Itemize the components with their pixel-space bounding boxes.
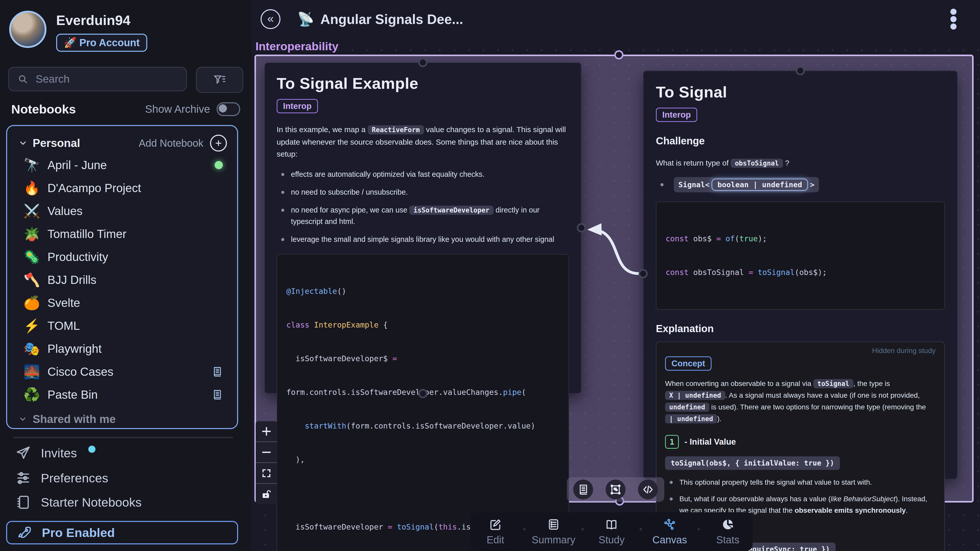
zoom-out-button[interactable] [256, 442, 277, 463]
search-input[interactable] [35, 73, 177, 86]
notebooks-header: Notebooks [11, 102, 76, 116]
canvas-area[interactable]: Interoperability « 📡 Angular Signals Dee… [251, 0, 980, 551]
study-book-icon [605, 518, 618, 531]
canvas-network-icon [663, 518, 676, 531]
zoom-in-button[interactable] [256, 421, 277, 442]
fit-view-button[interactable] [256, 463, 277, 484]
frame-handle-top[interactable] [614, 50, 624, 59]
notebook-item[interactable]: ♻️ Paste Bin [7, 383, 237, 406]
chevron-down-icon [18, 415, 27, 424]
document-title: 📡 Angular Signals Dee... [298, 11, 463, 27]
spoiler-answer[interactable]: boolean | undefined [711, 179, 808, 191]
frame-tool-button[interactable] [606, 480, 625, 499]
bullet-item: This optional property tells the signal … [665, 476, 935, 488]
sidebar: Everduin94 🚀 Pro Account Notebooks Show … [0, 0, 251, 551]
notebook-emoji: 🔭 [24, 157, 40, 173]
notebook-item[interactable]: 🍊 Svelte [7, 291, 237, 314]
nav-tab-study[interactable]: Study [590, 518, 633, 546]
notebook-emoji: 🍊 [24, 295, 40, 311]
note-card-to-signal[interactable]: To Signal Interop Challenge What is retu… [643, 71, 958, 479]
notebook-item[interactable]: ⚔️ Values [7, 200, 237, 222]
stats-pie-icon [721, 518, 735, 531]
notebook-emoji: ⚔️ [24, 203, 40, 219]
explanation-heading: Explanation [656, 323, 945, 334]
tag-interop[interactable]: Interop [656, 108, 697, 122]
card-handle[interactable] [577, 223, 586, 232]
section-heading-initial-value: 1 - Initial Value [665, 435, 935, 449]
invites-badge [88, 446, 95, 453]
notebook-icon [15, 494, 31, 510]
lock-button[interactable] [256, 484, 277, 504]
section-personal[interactable]: Personal [18, 137, 80, 149]
card-handle[interactable] [796, 66, 805, 75]
code-block[interactable]: const obs$ = of(true); const obsToSignal… [656, 202, 945, 310]
card-handle[interactable] [418, 389, 428, 398]
sidebar-item-pro-enabled[interactable]: Pro Enabled [6, 521, 238, 545]
nav-tab-edit[interactable]: Edit [474, 518, 517, 546]
notebook-item[interactable]: 🔥 D'Acampo Project [7, 176, 237, 200]
topbar: « 📡 Angular Signals Dee... [251, 0, 980, 38]
summary-book-icon[interactable] [212, 366, 223, 377]
notebook-emoji: 🪴 [24, 226, 40, 242]
summary-icon [547, 518, 560, 531]
notebook-emoji: 🔥 [24, 180, 40, 196]
bullet-item: effects are automatically optimized via … [277, 168, 569, 180]
nav-tab-canvas[interactable]: Canvas [648, 518, 691, 546]
challenge-heading: Challenge [656, 135, 945, 147]
summary-book-icon[interactable] [212, 389, 223, 400]
sidebar-item-invites[interactable]: Invites [15, 445, 95, 461]
bullet-item: no need to subscribe / unsubscribe. [277, 186, 569, 198]
show-archive-label: Show Archive [145, 103, 210, 115]
tag-interop[interactable]: Interop [277, 99, 318, 113]
add-notebook-label: Add Notebook [138, 138, 204, 149]
code-pill: toSignal(obs$, { initialValue: true }) [665, 456, 840, 470]
show-archive-toggle[interactable] [217, 102, 240, 116]
code-icon [642, 484, 654, 495]
challenge-question: What is return type of obsToSignal ? [656, 157, 945, 169]
search-icon [18, 73, 28, 85]
notebook-item[interactable]: ⚡ TOML [7, 314, 237, 337]
challenge-answer[interactable]: Signal< boolean | undefined > [656, 177, 945, 192]
code-view-button[interactable] [638, 480, 658, 499]
lock-open-icon [261, 489, 272, 499]
bullet-item: no need for async pipe, we can use isSof… [277, 204, 569, 227]
divider [13, 437, 233, 438]
filter-button[interactable] [196, 67, 243, 93]
frame-icon [610, 484, 621, 495]
sidebar-item-starter-notebooks[interactable]: Starter Notebooks [15, 494, 142, 510]
concept-paragraph: When converting an observable to a signa… [665, 378, 935, 425]
fit-view-icon [261, 468, 272, 478]
note-card-to-signal-example[interactable]: To Signal Example Interop In this exampl… [264, 62, 581, 394]
kebab-menu-button[interactable] [946, 7, 961, 31]
notebook-item[interactable]: 🪴 Tomatillo Timer [7, 222, 237, 245]
notebook-item[interactable]: 🔭 April - June [7, 154, 237, 176]
notebook-item[interactable]: 🪓 BJJ Drills [7, 268, 237, 291]
notebook-item[interactable]: 🌉 Cisco Cases [7, 360, 237, 383]
summary-view-button[interactable] [573, 480, 593, 499]
card-handle[interactable] [638, 269, 648, 278]
floating-toolbar [567, 477, 664, 502]
notebook-item[interactable]: 🎭 Playwright [7, 337, 237, 360]
tag-concept[interactable]: Concept [665, 356, 711, 371]
card-handle[interactable] [418, 58, 428, 67]
rocket-icon [16, 525, 32, 540]
zoom-controls [256, 421, 277, 504]
sidebar-item-preferences[interactable]: Preferences [15, 470, 108, 486]
nav-tab-stats[interactable]: Stats [706, 518, 749, 546]
avatar[interactable] [9, 11, 46, 48]
bullet-item: leverage the small and simple signals li… [277, 233, 569, 245]
hidden-during-study-label: Hidden during study [665, 347, 935, 355]
collapse-sidebar-button[interactable]: « [261, 9, 280, 29]
notebook-item[interactable]: 🦠 Productivity [7, 245, 237, 268]
section-shared-with-me[interactable]: Shared with me [7, 406, 237, 426]
add-notebook-button[interactable]: + [210, 135, 227, 151]
filter-icon [213, 73, 226, 86]
nav-tab-summary[interactable]: Summary [532, 518, 575, 546]
search-box[interactable] [8, 67, 187, 91]
code-block[interactable]: @Injectable() class InteropExample { isS… [277, 254, 569, 551]
notebook-emoji: 🌉 [24, 364, 40, 380]
frame-label[interactable]: Interoperability [256, 40, 339, 53]
bottom-nav: Edit Summary Study Canvas Stats [471, 512, 752, 551]
pro-account-badge[interactable]: 🚀 Pro Account [56, 34, 147, 52]
personal-panel: Personal Add Notebook + 🔭 April - June 🔥… [6, 125, 238, 429]
